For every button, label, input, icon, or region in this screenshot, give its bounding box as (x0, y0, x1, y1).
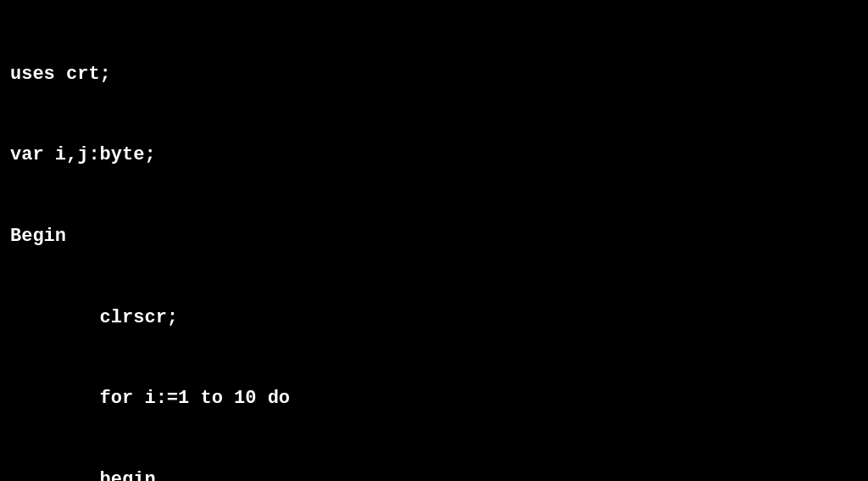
code-line-1: uses crt; (10, 61, 858, 88)
code-line-4: clrscr; (10, 305, 858, 332)
code-line-2: var i,j:byte; (10, 142, 858, 169)
code-line-5: for i:=1 to 10 do (10, 385, 858, 412)
code-line-3: Begin (10, 223, 858, 250)
code-line-6: begin (10, 467, 858, 481)
code-editor: uses crt; var i,j:byte; Begin clrscr; fo… (0, 0, 868, 481)
